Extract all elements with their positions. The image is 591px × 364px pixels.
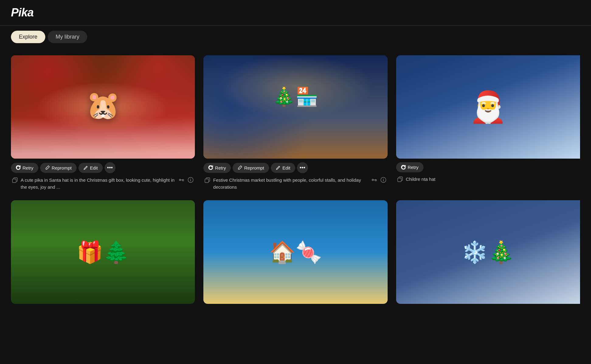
card-2-image <box>203 55 387 159</box>
card-5 <box>203 200 387 304</box>
svg-rect-0 <box>12 179 16 183</box>
card-2-edit-button[interactable]: Edit <box>271 163 295 173</box>
card-3-description: Childre nta hat <box>396 176 580 184</box>
card-6-image <box>396 200 580 304</box>
svg-point-2 <box>190 179 191 179</box>
retry-icon <box>16 165 21 170</box>
nav-section: Explore My library <box>0 26 591 43</box>
card-2-retry-button[interactable]: Retry <box>203 163 231 173</box>
video-grid: Retry Reprompt <box>11 55 580 304</box>
card-1-actions: Retry Reprompt <box>11 162 195 173</box>
content-area: Retry Reprompt <box>0 43 591 315</box>
card-2: Retry Reprompt <box>203 55 387 191</box>
card-3: Retry Childre nta hat <box>396 55 580 191</box>
card-3-image <box>396 55 580 159</box>
card-1-more-button[interactable]: ••• <box>105 162 116 173</box>
svg-rect-6 <box>398 178 401 182</box>
card-2-description: Festive Christmas market bustling with p… <box>203 177 387 191</box>
card-1-reprompt-button[interactable]: Reprompt <box>40 163 77 173</box>
card-2-reprompt-button[interactable]: Reprompt <box>233 163 269 173</box>
card-2-actions: Retry Reprompt <box>203 162 387 173</box>
card-3-retry-button[interactable]: Retry <box>396 162 423 172</box>
reprompt-icon-2 <box>237 165 242 170</box>
svg-point-5 <box>383 179 384 179</box>
card-1-share-icon[interactable] <box>178 177 185 184</box>
card-4-image <box>11 200 195 304</box>
more-icon: ••• <box>107 165 113 171</box>
card-1-retry-button[interactable]: Retry <box>11 163 38 173</box>
card-1-image <box>11 55 195 159</box>
retry-icon-3 <box>401 165 406 170</box>
card-3-actions: Retry <box>396 162 580 172</box>
card-3-desc-text: Childre nta hat <box>406 176 579 183</box>
card-1-info-icon[interactable] <box>188 177 194 184</box>
card-2-info-icon[interactable] <box>380 177 386 184</box>
card-2-desc-text: Festive Christmas market bustling with p… <box>213 177 368 191</box>
nav-tabs: Explore My library <box>11 31 580 43</box>
card-1: Retry Reprompt <box>11 55 195 191</box>
card-3-copy-icon[interactable] <box>397 177 403 184</box>
card-2-desc-actions <box>371 177 386 184</box>
card-4 <box>11 200 195 304</box>
edit-icon-2 <box>276 165 281 170</box>
tab-my-library[interactable]: My library <box>48 31 87 43</box>
edit-icon <box>83 165 88 170</box>
more-icon-2: ••• <box>299 165 305 171</box>
card-1-desc-text: A cute pika in Santa hat is in the Chris… <box>21 177 175 191</box>
card-2-more-button[interactable]: ••• <box>297 162 308 173</box>
reprompt-icon <box>45 165 50 170</box>
card-5-image <box>203 200 387 304</box>
app-logo: Pika <box>11 6 580 19</box>
header: Pika <box>0 0 591 26</box>
tab-explore[interactable]: Explore <box>11 31 45 43</box>
card-2-share-icon[interactable] <box>371 177 377 184</box>
card-1-copy-icon[interactable] <box>12 177 18 184</box>
card-1-edit-button[interactable]: Edit <box>78 163 103 173</box>
retry-icon-2 <box>208 165 213 170</box>
card-1-desc-actions <box>178 177 194 184</box>
svg-rect-3 <box>205 179 209 183</box>
card-1-description: A cute pika in Santa hat is in the Chris… <box>11 177 195 191</box>
card-6 <box>396 200 580 304</box>
card-2-copy-icon[interactable] <box>205 177 210 184</box>
